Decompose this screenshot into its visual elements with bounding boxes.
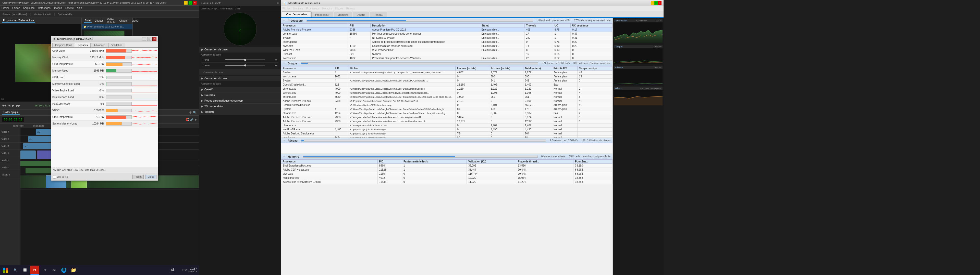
resmon-close[interactable]: ✕ xyxy=(658,1,662,5)
disk-table-row[interactable]: System 4 C:\Users\God\AppData\Local\Goog… xyxy=(281,107,612,111)
disk-table-row[interactable]: chrome.exe 4000 C:\Users\God\AppData\Loc… xyxy=(281,87,612,91)
cpu-table-row[interactable]: Adobe Premiere Pro.exe 2368 Adobe Premie… xyxy=(281,28,612,32)
disk-col-time[interactable]: Temps de répo... xyxy=(577,66,612,71)
disk-table-row[interactable]: System 4 C:\Users\God\AppData\Local\Goog… xyxy=(281,79,612,83)
cpu-table-row[interactable]: Svchost 820 Svchost 16 0.05 0 xyxy=(281,52,612,56)
cpu-col-process[interactable]: Processus xyxy=(281,24,348,28)
lumetri-vignette-header[interactable]: ▶ Vignette xyxy=(199,109,281,115)
disk-table-row[interactable]: Adobe Premiere Pro.exe 2368 C:\Program F… xyxy=(281,115,612,119)
disk-table-row[interactable]: spoolss.exe 3624 C:\pagefile.sys (Fichie… xyxy=(281,136,612,138)
disk-table-row[interactable]: chrome.exe C:\Google\Journal du volume N… xyxy=(281,123,612,128)
ps-taskbar-icon[interactable]: Ps xyxy=(40,266,49,275)
premiere-taskbar-icon[interactable]: Pr xyxy=(30,266,39,275)
disk-col-priority[interactable]: Priorité E/S xyxy=(552,66,577,71)
disk-table-row[interactable]: svchost.exe 4000 C:\Users\God\AppData\Lo… xyxy=(281,91,612,95)
play-back-btn[interactable]: ◀ xyxy=(8,103,11,108)
mem-col-total[interactable]: Pour Ens... xyxy=(573,160,612,164)
disk-table-row[interactable]: chrome.exe 3540 C:\Users\God\AppData\Loc… xyxy=(281,95,612,99)
close-button[interactable]: ✕ xyxy=(193,1,197,5)
lumetri-menu-icon[interactable]: ≡ xyxy=(277,2,279,4)
chatbot-tab[interactable]: Chatter xyxy=(94,19,104,23)
explorer-taskbar-icon[interactable]: 📁 xyxy=(69,266,78,275)
gpuz-tab-sensors[interactable]: Sensors xyxy=(75,43,90,47)
play-btn[interactable]: ▶ xyxy=(12,103,15,108)
disk-section-header[interactable]: ▼ Disque E:S disque de 1600 Ko/s 3% du t… xyxy=(281,61,612,66)
resmon-minimize[interactable]: ─ xyxy=(651,1,654,5)
ae-taskbar-icon[interactable]: Ae xyxy=(49,266,59,275)
resmon-menu-fichier[interactable]: Fichier xyxy=(283,7,290,10)
timeline-zoom-icon[interactable]: 🔍 xyxy=(193,111,197,114)
teinte-slider[interactable] xyxy=(225,65,265,66)
disk-table-row[interactable]: WmiPrvSE.exe 4,480 C:\pagefile.sys (Fich… xyxy=(281,128,612,132)
disk-table-row[interactable]: svchost.exe 1032 0 390 390 Arrière-plan … xyxy=(281,74,612,79)
gpuz-maximize[interactable]: □ xyxy=(147,37,151,41)
reset-button[interactable]: Reset xyxy=(132,175,144,179)
cpu-table-row[interactable]: Interruptions Appels de procédure différ… xyxy=(281,40,612,44)
cpu-col-cpuseq[interactable]: UC séquence xyxy=(571,24,612,28)
menu-fichier[interactable]: Fichier xyxy=(2,6,9,9)
memory-section-header[interactable]: ▼ Mémoire 0 fautes matérielles/s 65% de … xyxy=(281,154,612,160)
cpu-table-row[interactable]: perfmon.exe 15460 Moniteur de ressources… xyxy=(281,32,612,36)
disk-table-row[interactable]: Adobe Premiere Pro.exe 2368 C:\Program F… xyxy=(281,119,612,123)
taskview-button[interactable]: ⬜ xyxy=(21,266,30,275)
resmon-menu-processeur[interactable]: Processeur xyxy=(306,7,319,10)
source-dropdown[interactable]: Source : (sans élément) xyxy=(2,13,28,16)
resmon-maximize[interactable]: □ xyxy=(654,1,658,5)
lumetri-creative-header[interactable]: ▶ Créatif xyxy=(199,87,281,92)
clip-v1-1[interactable] xyxy=(21,150,36,159)
cpu-table-row[interactable]: dwm.exe 1160 Gestionnaire de fenêtres du… xyxy=(281,44,612,48)
search-taskbar-button[interactable]: 🔍 xyxy=(11,266,20,275)
resmon-tab-network[interactable]: Réseau xyxy=(370,12,387,17)
disk-table-row[interactable]: Adobe Desktop Service.exe C:\pagefile.sy… xyxy=(281,132,612,136)
mem-col-process[interactable]: Processus xyxy=(281,160,378,164)
minimize-button[interactable]: ─ xyxy=(184,1,188,5)
timeline-keyframe-btn[interactable]: ◆ xyxy=(195,118,197,121)
mem-col-validation[interactable]: Validation (Ko) xyxy=(467,160,516,164)
disk-table-row[interactable]: chrome.exe 1264 C:\Users\God\AppData\Loc… xyxy=(281,111,612,115)
lumetri-tonalite-header[interactable]: ▶ Correction de base xyxy=(199,76,281,81)
lumetri-roues-header[interactable]: ▶ Roues chromatiques et corresp xyxy=(199,98,281,104)
chrome-taskbar-icon[interactable]: 🌐 xyxy=(59,266,68,275)
cpu-section-header[interactable]: ▼ Processeur Utilisation du processeur 4… xyxy=(281,18,612,24)
timeline-linked-btn[interactable]: 🔗 xyxy=(190,118,193,121)
effects-tab[interactable]: Suite xyxy=(84,19,92,23)
prev-frame-btn[interactable]: ◀◀ xyxy=(2,103,6,108)
menu-aide[interactable]: Aide xyxy=(77,6,82,9)
gpuz-minimize[interactable]: ─ xyxy=(142,37,146,41)
disk-col-read[interactable]: Lecture (octets) xyxy=(455,66,489,71)
cpu-table-row[interactable]: WmiPrvSE.exe 7008 WMI Provider Host En c… xyxy=(281,48,612,52)
memory-table-row[interactable]: svchost.exe (SimStartSim Group) 11536 0 … xyxy=(281,180,612,184)
cpu-table-row[interactable]: System 4 NT Kernel & System En cours d'e… xyxy=(281,36,612,40)
disk-col-file[interactable]: Fichier xyxy=(348,66,455,71)
resmon-tab-memory[interactable]: Mémoire xyxy=(334,12,352,17)
start-button[interactable] xyxy=(1,266,10,275)
timeline-tab[interactable]: Trailer épique xyxy=(2,110,20,115)
log-checkbox[interactable] xyxy=(53,175,56,179)
project-item-bootcamp[interactable]: 📁 Projet Bootcamp 2019-2019-07-30... xyxy=(82,24,132,30)
resmon-tab-disk[interactable]: Disque xyxy=(353,12,369,17)
gpuz-close[interactable]: ✕ xyxy=(152,37,156,41)
menu-sequence[interactable]: Séquence xyxy=(23,6,35,9)
disk-table-row[interactable]: SearchProtocolHost.exe C:\Windows\System… xyxy=(281,103,612,107)
resmon-menu-reseau[interactable]: Réseau xyxy=(346,7,355,10)
memory-table-row[interactable]: ShellExperienceHost.exe 8560 1 36,096 13… xyxy=(281,164,612,168)
source-tab[interactable]: Programme : Trailer épique xyxy=(2,19,35,23)
resmon-tab-overview[interactable]: Vue d'ensemble xyxy=(282,11,311,17)
menu-images[interactable]: Images xyxy=(54,6,62,9)
resmon-menu-memoire[interactable]: Mémoire xyxy=(322,7,332,10)
close-button[interactable]: Close xyxy=(145,175,156,179)
temp-slider[interactable] xyxy=(225,59,265,60)
video2-tab[interactable]: Vidéo xyxy=(130,19,139,23)
disk-table-row[interactable]: GoogleCrashHand... 823 12,180 1,402 1,40… xyxy=(281,83,612,87)
chatbot2-tab[interactable]: Chatter xyxy=(118,19,129,23)
memory-table-row[interactable]: dwm.exe 1160 0 116,744 70,448 68,964 xyxy=(281,172,612,176)
options-effet-btn[interactable]: Options d'effet xyxy=(57,13,73,16)
gpuz-tab-validation[interactable]: Validation xyxy=(108,43,125,47)
monitor-lumetri-btn[interactable]: Moniteur Lumetri xyxy=(33,13,52,16)
video-robots-tab[interactable]: Vidéo Robots xyxy=(106,17,116,24)
disk-col-write[interactable]: Écriture (octets) xyxy=(489,66,523,71)
disk-table-row[interactable]: System 4 C:\Users\God\AppData\Roaming\Ad… xyxy=(281,71,612,74)
network-section-header[interactable]: ▼ Réseau E:S réseau de 10 Débit/s 1% d'u… xyxy=(281,138,612,143)
lumetri-base-header[interactable]: ▶ Correction de base xyxy=(199,47,281,52)
cpu-col-cpu[interactable]: UC xyxy=(553,24,571,28)
